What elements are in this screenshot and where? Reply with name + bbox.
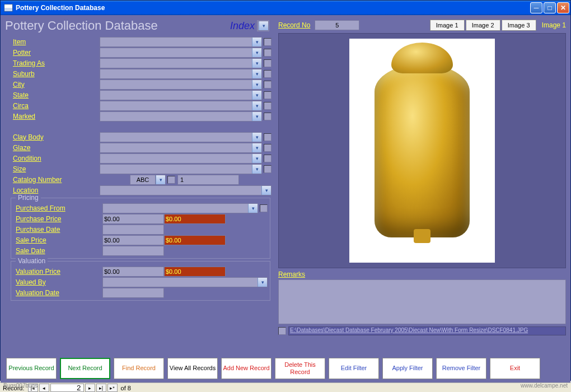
record-no-label[interactable]: Record No [278, 21, 310, 29]
fields1-check-2[interactable] [264, 59, 272, 67]
app-icon [4, 4, 13, 12]
next-record-nav-button[interactable]: ▸ [85, 384, 95, 392]
index-label[interactable]: Index [230, 20, 255, 32]
delete-record-button[interactable]: Delete This Record [275, 358, 325, 379]
fields1-combo-4[interactable]: ▾ [100, 80, 262, 90]
fields2-label-1[interactable]: Glaze [13, 144, 100, 152]
purchase-date-label[interactable]: Purchase Date [16, 226, 102, 234]
remove-filter-button[interactable]: Remove Filter [436, 358, 486, 379]
window-title: Pottery Collection Database [16, 4, 530, 12]
purchase-date-field[interactable] [102, 225, 164, 235]
fields1-combo-2[interactable]: ▾ [100, 58, 262, 68]
fields1-check-1[interactable] [264, 49, 272, 57]
fields1-check-5[interactable] [264, 91, 272, 99]
path-checkbox[interactable] [278, 327, 286, 335]
fields2-check-0[interactable] [264, 133, 272, 141]
fields1-check-3[interactable] [264, 70, 272, 78]
fields2-check-3[interactable] [264, 165, 272, 173]
fields2-row-2: Condition ▾ [3, 153, 272, 164]
sale-price-converted: $0.00 [164, 235, 226, 245]
apply-filter-button[interactable]: Apply Filter [382, 358, 433, 379]
fields1-combo-1[interactable]: ▾ [100, 48, 262, 58]
fields1-combo-6[interactable]: ▾ [100, 101, 262, 111]
footer-left: Bugs007bugs [3, 382, 38, 389]
purchased-from-label[interactable]: Purchased From [16, 204, 102, 212]
image-path[interactable]: E:\Databases\Diecast Database February 2… [288, 326, 566, 335]
view-all-button[interactable]: View All Records [167, 358, 218, 379]
catalog-label[interactable]: Catalog Number [13, 176, 100, 184]
location-combo[interactable]: ▾ [100, 185, 272, 195]
find-record-button[interactable]: Find Record [114, 358, 164, 379]
record-position-input[interactable] [50, 384, 84, 392]
fields1-label-3[interactable]: Suburb [13, 70, 100, 78]
fields1-check-0[interactable] [264, 38, 272, 46]
fields1-combo-3[interactable]: ▾ [100, 69, 262, 79]
fields1-combo-5[interactable]: ▾ [100, 90, 262, 100]
catalog-checkbox[interactable] [167, 176, 175, 184]
fields2-combo-1[interactable]: ▾ [100, 143, 262, 153]
last-record-button[interactable]: ▸| [96, 384, 106, 392]
titlebar[interactable]: Pottery Collection Database ─ □ ✕ [1, 1, 570, 15]
catalog-prefix[interactable]: ABC [130, 175, 156, 185]
remarks-field[interactable] [278, 279, 566, 324]
valuation-date-field[interactable] [102, 288, 164, 298]
record-no-value[interactable]: 5 [315, 20, 359, 30]
edit-filter-button[interactable]: Edit Filter [329, 358, 379, 379]
sale-price-field[interactable]: $0.00 [102, 235, 164, 245]
fields1-check-4[interactable] [264, 81, 272, 88]
image-viewer[interactable] [278, 33, 566, 268]
catalog-row: Catalog Number ABC ▾ 1 [3, 174, 272, 185]
image-button-1[interactable]: Image 1 [430, 20, 465, 31]
fields2-label-0[interactable]: Clay Body [13, 133, 100, 141]
fields2-combo-0[interactable]: ▾ [100, 132, 262, 142]
fields1-row-7: Marked ▾ [3, 111, 272, 122]
close-button[interactable]: ✕ [557, 2, 569, 13]
sale-date-label[interactable]: Sale Date [16, 247, 102, 255]
fields1-label-2[interactable]: Trading As [13, 59, 100, 67]
fields1-check-7[interactable] [264, 113, 272, 120]
valuation-price-field[interactable]: $0.00 [102, 267, 164, 277]
new-record-nav-button[interactable]: ▸* [107, 384, 118, 392]
fields1-label-0[interactable]: Item [13, 38, 100, 46]
minimize-button[interactable]: ─ [530, 2, 542, 13]
fields1-label-1[interactable]: Potter [13, 49, 100, 57]
fields1-label-6[interactable]: Circa [13, 102, 100, 110]
catalog-combo[interactable]: ▾ [156, 175, 166, 185]
fields1-combo-7[interactable]: ▾ [100, 111, 262, 122]
fields2-combo-2[interactable]: ▾ [100, 153, 262, 164]
image-button-3[interactable]: Image 3 [502, 20, 536, 31]
valued-by-combo[interactable]: ▾ [102, 277, 268, 287]
valuation-price-label[interactable]: Valuation Price [16, 268, 102, 276]
sale-date-field[interactable] [102, 246, 164, 256]
fields2-combo-3[interactable]: ▾ [100, 164, 262, 174]
next-record-button[interactable]: Next Record [60, 358, 110, 379]
purchased-from-combo[interactable]: ▾ [102, 203, 258, 213]
index-combo[interactable]: ▾ [257, 20, 269, 31]
valued-by-label[interactable]: Valued By [16, 278, 102, 286]
fields1-check-6[interactable] [264, 102, 272, 110]
fields1-label-7[interactable]: Marked [13, 113, 100, 120]
purchase-price-field[interactable]: $0.00 [102, 214, 164, 224]
fields2-check-2[interactable] [264, 155, 272, 162]
exit-button[interactable]: Exit [490, 358, 540, 379]
purchase-price-label[interactable]: Purchase Price [16, 215, 102, 223]
sale-price-label[interactable]: Sale Price [16, 236, 102, 244]
catalog-number[interactable]: 1 [177, 175, 239, 185]
purchased-from-check[interactable] [260, 204, 268, 212]
valuation-title: Valuation [16, 257, 48, 265]
fields2-label-2[interactable]: Condition [13, 155, 100, 162]
pottery-image [349, 39, 495, 263]
fields1-combo-0[interactable]: ▾ [100, 37, 262, 47]
previous-record-button[interactable]: Previous Record [6, 358, 57, 379]
fields2-check-1[interactable] [264, 144, 272, 152]
maximize-button[interactable]: □ [544, 2, 556, 13]
fields1-label-5[interactable]: State [13, 91, 100, 99]
remarks-label[interactable]: Remarks [278, 270, 566, 278]
fields2-label-3[interactable]: Size [13, 165, 100, 173]
add-new-button[interactable]: Add New Record [221, 358, 272, 379]
image-button-2[interactable]: Image 2 [466, 20, 500, 31]
fields1-label-4[interactable]: City [13, 81, 100, 88]
prev-record-nav-button[interactable]: ◂ [39, 384, 49, 392]
location-label[interactable]: Location [13, 186, 100, 194]
valuation-date-label[interactable]: Valuation Date [16, 289, 102, 297]
